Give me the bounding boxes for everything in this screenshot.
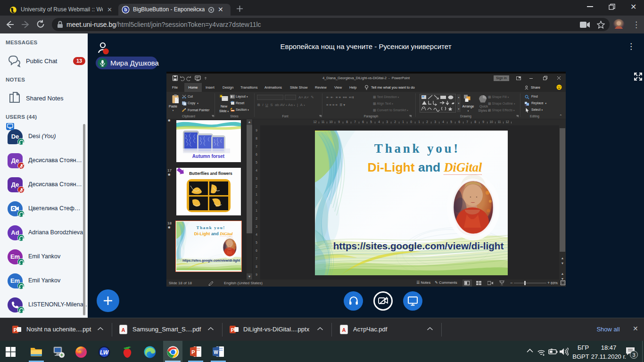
svg-text:P: P xyxy=(231,327,234,333)
svg-text:Butterflies and flowers: Butterflies and flowers xyxy=(189,171,232,176)
svg-text:A: A xyxy=(342,327,346,333)
svg-text:b: b xyxy=(124,7,127,12)
svg-text:Autumn forset: Autumn forset xyxy=(192,154,225,159)
svg-text:W: W xyxy=(214,350,218,355)
svg-text:A: A xyxy=(122,327,125,333)
svg-text:P: P xyxy=(14,327,17,333)
svg-text:P: P xyxy=(191,349,195,355)
svg-text:LW: LW xyxy=(100,349,109,356)
